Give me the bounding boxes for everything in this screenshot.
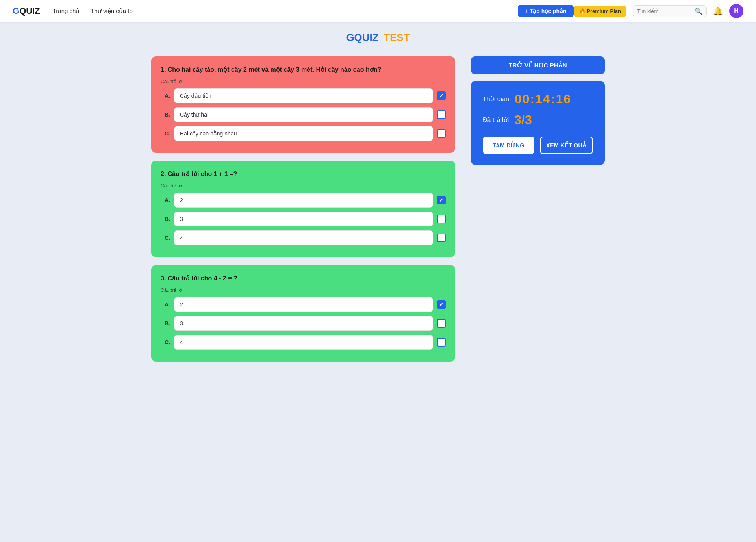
answer-checkbox-3-1[interactable] xyxy=(437,319,446,328)
question-card-2: 2. Câu trả lời cho 1 + 1 =?Câu trả lờiA.… xyxy=(151,161,455,257)
question-text-2: 2. Câu trả lời cho 1 + 1 =? xyxy=(161,170,446,178)
premium-button[interactable]: 🔥 Premium Plan xyxy=(574,6,626,17)
answered-row: Đã trả lời 3/3 xyxy=(483,113,593,127)
timer-row: Thời gian 00:14:16 xyxy=(483,92,593,106)
back-to-module-button[interactable]: TRỞ VỀ HỌC PHẦN xyxy=(471,56,605,74)
sidebar: TRỞ VỀ HỌC PHẦN Thời gian 00:14:16 Đã tr… xyxy=(471,56,605,362)
answer-letter-2-0: A. xyxy=(161,197,170,203)
answer-letter-2-2: C. xyxy=(161,235,170,241)
answered-label: Đã trả lời xyxy=(483,116,509,124)
answer-label-1: Câu trả lời xyxy=(161,79,446,84)
answer-label-3: Câu trả lời xyxy=(161,288,446,293)
page-title-gquiz: GQUIZ xyxy=(346,32,378,43)
navbar-right: 🔥 Premium Plan 🔍 🔔 H xyxy=(574,4,743,18)
answer-text-2-0: 2 xyxy=(174,193,433,208)
answer-option-3-0: A.2 xyxy=(161,297,446,312)
question-card-1: 1. Cho hai cây táo, một cây 2 mét và một… xyxy=(151,56,455,153)
answer-checkbox-2-2[interactable] xyxy=(437,234,446,242)
search-box: 🔍 xyxy=(633,5,707,17)
answer-text-3-2: 4 xyxy=(174,335,433,350)
main-content: 1. Cho hai cây táo, một cây 2 mét và một… xyxy=(142,56,614,362)
answer-text-1-2: Hai cây cao bằng nhau xyxy=(174,126,433,141)
timer-card: Thời gian 00:14:16 Đã trả lời 3/3 TAM DỪ… xyxy=(471,81,605,165)
logo: GQUIZ xyxy=(13,6,40,16)
answer-option-3-1: B.3 xyxy=(161,316,446,331)
timer-value: 00:14:16 xyxy=(515,92,571,106)
answer-option-1-1: B.Cây thứ hai xyxy=(161,107,446,122)
results-button[interactable]: XEM KẾT QUẢ xyxy=(540,137,593,154)
answer-checkbox-2-1[interactable] xyxy=(437,215,446,223)
answer-option-2-1: B.3 xyxy=(161,212,446,226)
navbar: GQUIZ Trang chủ Thư viện của tôi + Tạo h… xyxy=(0,0,756,22)
nav-links: Trang chủ Thư viện của tôi xyxy=(53,7,518,15)
answer-option-2-2: C.4 xyxy=(161,230,446,245)
answer-option-2-0: A.2 xyxy=(161,193,446,208)
answer-option-1-0: A.Cây đầu tiên xyxy=(161,88,446,103)
answer-option-1-2: C.Hai cây cao bằng nhau xyxy=(161,126,446,141)
answer-letter-1-1: B. xyxy=(161,111,170,118)
pause-button[interactable]: TAM DỪNG xyxy=(483,137,534,154)
timer-label: Thời gian xyxy=(483,95,509,103)
answer-letter-1-0: A. xyxy=(161,93,170,99)
answer-letter-3-1: B. xyxy=(161,320,170,327)
answer-checkbox-2-0[interactable] xyxy=(437,196,446,204)
answer-letter-2-1: B. xyxy=(161,216,170,222)
answer-option-3-2: C.4 xyxy=(161,335,446,350)
search-icon: 🔍 xyxy=(695,7,702,15)
avatar[interactable]: H xyxy=(729,4,743,18)
answered-value: 3/3 xyxy=(514,113,532,127)
search-input[interactable] xyxy=(637,8,692,14)
page-title-bar: GQUIZ TEST xyxy=(0,22,756,47)
answer-checkbox-1-1[interactable] xyxy=(437,110,446,119)
answer-text-1-1: Cây thứ hai xyxy=(174,107,433,122)
nav-home[interactable]: Trang chủ xyxy=(53,7,80,15)
answer-letter-3-0: A. xyxy=(161,301,170,308)
question-text-1: 1. Cho hai cây táo, một cây 2 mét và một… xyxy=(161,66,446,73)
question-card-3: 3. Câu trả lời cho 4 - 2 = ?Câu trả lờiA… xyxy=(151,265,455,362)
timer-actions: TAM DỪNG XEM KẾT QUẢ xyxy=(483,137,593,154)
answer-text-2-1: 3 xyxy=(174,212,433,226)
answer-letter-1-2: C. xyxy=(161,130,170,137)
question-text-3: 3. Câu trả lời cho 4 - 2 = ? xyxy=(161,275,446,282)
answer-text-3-0: 2 xyxy=(174,297,433,312)
answer-text-2-2: 4 xyxy=(174,230,433,245)
create-button[interactable]: + Tạo học phần xyxy=(518,5,574,17)
answer-text-3-1: 3 xyxy=(174,316,433,331)
page-title-test: TEST xyxy=(384,32,410,43)
questions-column: 1. Cho hai cây táo, một cây 2 mét và một… xyxy=(151,56,455,362)
nav-library[interactable]: Thư viện của tôi xyxy=(91,7,134,15)
logo-g: G xyxy=(13,6,19,16)
logo-quiz: QUIZ xyxy=(19,6,40,16)
answer-text-1-0: Cây đầu tiên xyxy=(174,88,433,103)
answer-checkbox-1-2[interactable] xyxy=(437,129,446,138)
answer-checkbox-3-2[interactable] xyxy=(437,338,446,347)
answer-checkbox-1-0[interactable] xyxy=(437,91,446,100)
answer-checkbox-3-0[interactable] xyxy=(437,300,446,309)
answer-letter-3-2: C. xyxy=(161,339,170,345)
bell-icon[interactable]: 🔔 xyxy=(713,6,723,16)
answer-label-2: Câu trả lời xyxy=(161,183,446,189)
